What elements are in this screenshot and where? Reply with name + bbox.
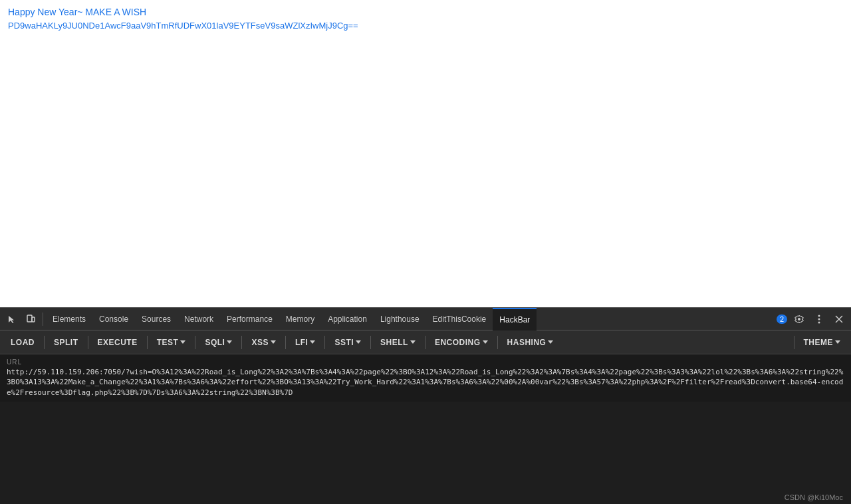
hashing-arrow-icon bbox=[548, 340, 553, 344]
lfi-button[interactable]: LFI bbox=[287, 332, 324, 352]
tab-performance[interactable]: Performance bbox=[220, 308, 279, 330]
toolbar-divider-5 bbox=[241, 336, 242, 349]
tab-editthiscookie[interactable]: EditThisCookie bbox=[426, 308, 493, 330]
svg-point-5 bbox=[818, 321, 820, 323]
hashing-button[interactable]: HASHING bbox=[499, 332, 562, 352]
tab-elements[interactable]: Elements bbox=[46, 308, 92, 330]
shell-button[interactable]: SHELL bbox=[372, 332, 424, 352]
tab-application[interactable]: Application bbox=[321, 308, 374, 330]
toolbar-divider-11 bbox=[794, 336, 794, 349]
page-heading: Happy New Year~ MAKE A WISH bbox=[8, 5, 843, 19]
toolbar-divider-10 bbox=[497, 336, 498, 349]
toolbar-divider-2 bbox=[88, 336, 88, 349]
tab-separator bbox=[43, 313, 43, 326]
tab-network[interactable]: Network bbox=[178, 308, 220, 330]
encoding-button[interactable]: ENCODING bbox=[427, 332, 496, 352]
xss-arrow-icon bbox=[271, 340, 276, 344]
badge-count: 2 bbox=[777, 315, 787, 324]
test-arrow-icon bbox=[180, 340, 185, 344]
tab-lighthouse[interactable]: Lighthouse bbox=[374, 308, 426, 330]
svg-point-2 bbox=[798, 318, 800, 320]
toolbar-divider-6 bbox=[285, 336, 286, 349]
url-area: URL http://59.110.159.206:7050/?wish=O%3… bbox=[0, 354, 851, 402]
footer-credit: CSDN @Ki10Moc bbox=[785, 493, 843, 501]
execute-button[interactable]: EXECUTE bbox=[90, 332, 146, 352]
toolbar-divider-3 bbox=[147, 336, 148, 349]
url-value[interactable]: http://59.110.159.206:7050/?wish=O%3A12%… bbox=[7, 367, 844, 398]
ssti-button[interactable]: SSTI bbox=[326, 332, 369, 352]
svg-point-3 bbox=[818, 315, 820, 316]
theme-button[interactable]: THEME bbox=[796, 332, 849, 352]
tab-console[interactable]: Console bbox=[92, 308, 135, 330]
theme-arrow-icon bbox=[835, 340, 840, 344]
sqli-arrow-icon bbox=[227, 340, 232, 344]
hackbar-toolbar: LOAD SPLIT EXECUTE TEST SQLI XSS LFI SST… bbox=[0, 330, 851, 354]
svg-rect-0 bbox=[27, 315, 32, 322]
ssti-arrow-icon bbox=[356, 340, 361, 344]
toolbar-divider-1 bbox=[44, 336, 45, 349]
svg-point-4 bbox=[818, 318, 820, 320]
lfi-arrow-icon bbox=[310, 340, 315, 344]
toolbar-divider-8 bbox=[370, 336, 371, 349]
test-button[interactable]: TEST bbox=[149, 332, 194, 352]
tab-hackbar[interactable]: HackBar bbox=[493, 308, 537, 330]
split-button[interactable]: SPLIT bbox=[46, 332, 86, 352]
devtools-panel: Elements Console Sources Network Perform… bbox=[0, 307, 851, 504]
tab-sources[interactable]: Sources bbox=[135, 308, 178, 330]
page-encoded-text: PD9waHAKLy9JU0NDe1AwcF9aaV9hTmRfUDFwX01l… bbox=[8, 19, 843, 33]
close-devtools-icon[interactable] bbox=[830, 310, 848, 328]
device-toggle-icon[interactable] bbox=[21, 310, 40, 328]
toolbar-divider-9 bbox=[425, 336, 426, 349]
cursor-icon[interactable] bbox=[3, 310, 21, 328]
toolbar-divider-4 bbox=[195, 336, 195, 349]
tab-memory[interactable]: Memory bbox=[279, 308, 321, 330]
more-options-icon[interactable] bbox=[810, 310, 828, 328]
url-label: URL bbox=[7, 358, 844, 366]
toolbar-divider-7 bbox=[324, 336, 325, 349]
settings-icon[interactable] bbox=[790, 310, 808, 328]
browser-content: Happy New Year~ MAKE A WISH PD9waHAKLy9J… bbox=[0, 0, 851, 307]
load-button[interactable]: LOAD bbox=[3, 332, 43, 352]
xss-button[interactable]: XSS bbox=[243, 332, 284, 352]
shell-arrow-icon bbox=[410, 340, 416, 344]
encoding-arrow-icon bbox=[483, 340, 488, 344]
devtools-tabs-bar: Elements Console Sources Network Perform… bbox=[0, 308, 851, 330]
svg-rect-1 bbox=[32, 317, 35, 322]
sqli-button[interactable]: SQLI bbox=[197, 332, 240, 352]
devtools-right-icons: 2 bbox=[777, 310, 848, 328]
